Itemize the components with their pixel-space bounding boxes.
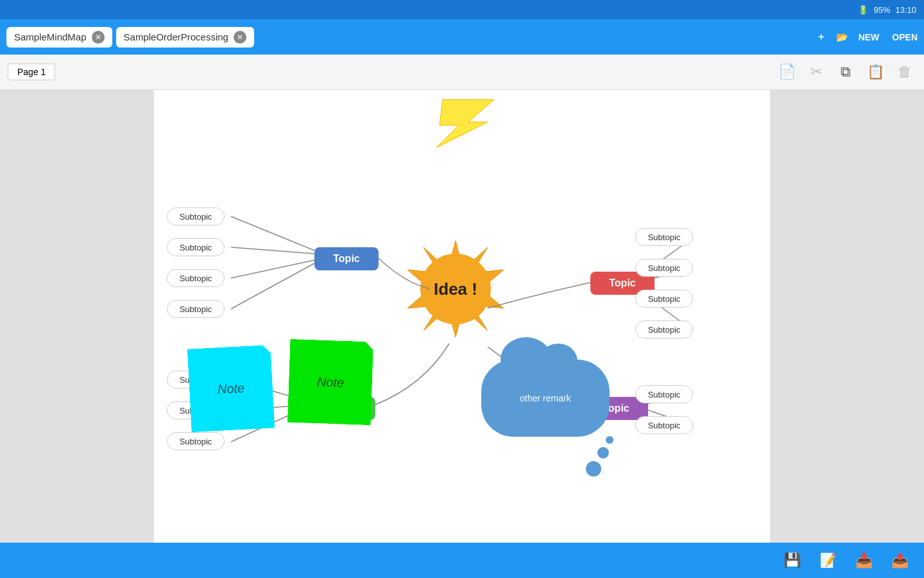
cloud-remark[interactable]: other remark [481, 360, 610, 437]
idea-burst[interactable]: Idea ! [404, 238, 507, 340]
tab-actions: ＋ 📂 NEW OPEN [816, 31, 918, 43]
note-cyan-label: Note [217, 380, 244, 396]
canvas-area: Idea ! Topic Topic Topic Topic Subtopic … [0, 90, 924, 543]
open-doc-icon: 📂 [836, 31, 848, 43]
svg-line-0 [231, 216, 314, 250]
page-tab[interactable]: Page 1 [8, 64, 55, 80]
bottom-bar: 💾 📝 📥 📤 [0, 543, 924, 578]
tab-label-2: SampleOrderProcessing [124, 31, 228, 42]
tab-sampleorderprocessing[interactable]: SampleOrderProcessing ✕ [116, 27, 254, 48]
new-icon: ＋ [816, 31, 826, 43]
status-bar: 🔋 95% 13:10 [0, 0, 924, 19]
toolbar: Page 1 📄 ✂ ⧉ 📋 🗑 [0, 55, 924, 90]
toolbar-paste-btn[interactable]: 📋 [864, 60, 887, 83]
subtopic-lt-1[interactable]: Subtopic [167, 207, 225, 225]
export-button[interactable]: 📥 [852, 549, 875, 572]
time: 13:10 [895, 5, 916, 15]
topic-blue-top[interactable]: Topic [314, 247, 379, 270]
subtopic-rb-2[interactable]: Subtopic [635, 416, 693, 434]
canvas[interactable]: Idea ! Topic Topic Topic Topic Subtopic … [154, 90, 770, 543]
open-button[interactable]: OPEN [892, 32, 918, 42]
cloud-text: other remark [520, 393, 570, 403]
subtopic-lt-2[interactable]: Subtopic [167, 238, 225, 256]
note-green[interactable]: Note [287, 339, 373, 425]
toolbar-cut-btn[interactable]: ✂ [805, 60, 828, 83]
svg-point-15 [586, 461, 601, 477]
tab-close-1[interactable]: ✕ [92, 31, 105, 44]
burst-svg [404, 238, 507, 340]
subtopic-lb-3[interactable]: Subtopic [167, 432, 225, 450]
svg-line-1 [231, 247, 314, 254]
toolbar-save-btn[interactable]: 📄 [775, 60, 798, 83]
svg-line-3 [231, 263, 314, 309]
save-button[interactable]: 💾 [780, 549, 803, 572]
subtopic-rb-1[interactable]: Subtopic [635, 385, 693, 403]
tab-samplemindmap[interactable]: SampleMindMap ✕ [6, 27, 112, 48]
svg-line-2 [231, 260, 314, 278]
subtopic-lt-4[interactable]: Subtopic [167, 300, 225, 318]
subtopic-rt-4[interactable]: Subtopic [635, 320, 693, 338]
status-icons: 🔋 [858, 5, 868, 15]
save-as-button[interactable]: 📝 [816, 549, 839, 572]
subtopic-rt-1[interactable]: Subtopic [635, 228, 693, 246]
svg-point-14 [597, 447, 609, 459]
svg-point-13 [606, 436, 613, 444]
note-cyan[interactable]: Note [187, 345, 275, 433]
tab-bar: SampleMindMap ✕ SampleOrderProcessing ✕ … [0, 19, 924, 55]
topic-blue-top-label: Topic [333, 253, 359, 265]
svg-marker-16 [436, 100, 494, 148]
subtopic-rt-2[interactable]: Subtopic [635, 259, 693, 277]
new-button[interactable]: NEW [859, 32, 880, 42]
subtopic-lt-3[interactable]: Subtopic [167, 269, 225, 287]
share-button[interactable]: 📤 [888, 549, 911, 572]
note-green-label: Note [316, 374, 344, 390]
topic-red-label: Topic [609, 277, 635, 289]
toolbar-delete-btn[interactable]: 🗑 [893, 60, 916, 83]
tab-label-1: SampleMindMap [14, 31, 87, 42]
tab-close-2[interactable]: ✕ [234, 31, 246, 44]
lightning-shape [424, 96, 526, 148]
toolbar-copy-btn[interactable]: ⧉ [834, 60, 857, 83]
subtopic-rt-3[interactable]: Subtopic [635, 290, 693, 308]
svg-point-18 [420, 254, 491, 324]
battery-percent: 95% [873, 5, 890, 15]
